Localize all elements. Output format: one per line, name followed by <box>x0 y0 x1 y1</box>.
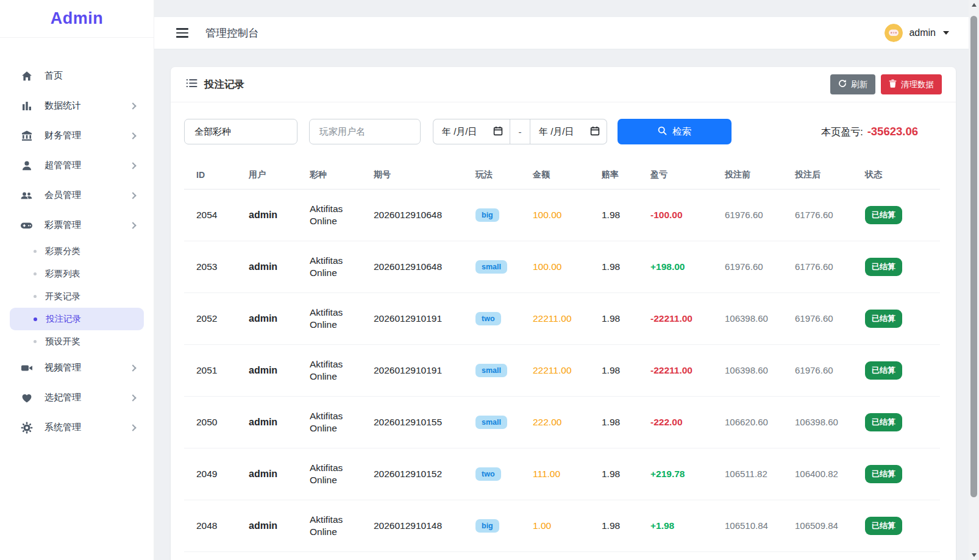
sidebar-item-lottery[interactable]: 彩票管理 <box>0 210 154 240</box>
cell-user: admin <box>237 189 297 241</box>
lottery-type-select[interactable]: 全部彩种 <box>184 119 297 144</box>
clear-data-button-label: 清理数据 <box>901 79 934 90</box>
cell-balance-before: 106510.84 <box>713 500 783 551</box>
sidebar-subitem-label: 彩票分类 <box>45 246 80 257</box>
username-placeholder: 玩家用户名 <box>319 126 365 138</box>
page-title: 管理控制台 <box>205 26 259 40</box>
sidebar-item-statistics[interactable]: 数据统计 <box>0 91 154 121</box>
cell-status: 已结算 <box>853 292 940 344</box>
chevron-right-icon <box>129 132 136 139</box>
sidebar-item-label: 会员管理 <box>44 190 130 201</box>
lottery-type-value: 全部彩种 <box>194 126 231 138</box>
scrollbar-thumb[interactable] <box>970 16 977 497</box>
video-camera-icon <box>20 361 33 374</box>
date-start-input[interactable]: 年 /月/日 <box>433 119 510 144</box>
cell-balance-after: 61776.60 <box>783 241 853 292</box>
sidebar-subitem-preset-draw[interactable]: 预设开奖 <box>0 330 154 353</box>
calendar-icon[interactable] <box>590 126 600 138</box>
search-button[interactable]: 检索 <box>618 119 732 144</box>
sidebar-item-members[interactable]: 会员管理 <box>0 180 154 210</box>
cell-profit: -22211.00 <box>638 344 713 396</box>
sidebar-subitem-lottery-list[interactable]: 彩票列表 <box>0 263 154 285</box>
column-header-user: 用户 <box>237 161 297 189</box>
chevron-right-icon <box>129 222 136 229</box>
play-type-badge: small <box>475 364 507 377</box>
column-header-play: 玩法 <box>463 161 521 189</box>
cell-status: 已结算 <box>853 500 940 551</box>
cell-odds: 1.98 <box>589 189 638 241</box>
search-icon <box>658 126 667 138</box>
sidebar-subitem-label: 开奖记录 <box>45 291 80 302</box>
cell-status: 已结算 <box>853 396 940 448</box>
hamburger-menu-icon[interactable] <box>176 28 188 38</box>
username-input[interactable]: 玩家用户名 <box>309 119 421 144</box>
cell-period: 2026012910148 <box>361 500 463 551</box>
status-badge: 已结算 <box>865 465 902 483</box>
cell-play: small <box>463 241 521 292</box>
refresh-button[interactable]: 刷新 <box>830 74 875 94</box>
cell-amount: 100.00 <box>521 189 589 241</box>
date-range-separator: - <box>510 119 530 144</box>
bullet-dot-icon <box>34 250 37 253</box>
scrollbar-up-arrow-icon[interactable] <box>969 0 979 10</box>
sidebar-subitem-lottery-category[interactable]: 彩票分类 <box>0 240 154 263</box>
heart-icon <box>20 391 33 404</box>
cell-user: admin <box>237 396 297 448</box>
sidebar-nav: 首页 数据统计 财务管理 超管管理 <box>0 38 154 442</box>
card-header: 投注记录 刷新 清理数据 <box>171 67 956 102</box>
table-row: 2052 admin Aktifitas Online 202601291019… <box>184 292 940 344</box>
cell-lottery: Aktifitas Online <box>297 396 361 448</box>
date-end-input[interactable]: 年 /月/日 <box>530 119 607 144</box>
clear-data-button[interactable]: 清理数据 <box>881 74 942 94</box>
top-strip <box>154 0 969 17</box>
cell-play: two <box>463 448 521 500</box>
gamepad-icon <box>20 219 33 232</box>
trash-icon <box>889 79 897 90</box>
sidebar-item-system[interactable]: 系统管理 <box>0 413 154 442</box>
cell-status: 已结算 <box>853 241 940 292</box>
sidebar-item-label: 超管管理 <box>44 160 130 171</box>
cell-user: admin <box>237 344 297 396</box>
column-header-odds: 赔率 <box>589 161 638 189</box>
page-profit-label: 本页盈亏: <box>821 126 863 139</box>
sidebar-item-finance[interactable]: 财务管理 <box>0 121 154 151</box>
user-avatar <box>885 24 903 42</box>
cell-amount: 22211.00 <box>521 292 589 344</box>
refresh-button-label: 刷新 <box>851 79 867 90</box>
cell-amount: 222.00 <box>521 396 589 448</box>
sidebar-subitem-bet-records[interactable]: 投注记录 <box>10 308 144 330</box>
sidebar-item-superadmin[interactable]: 超管管理 <box>0 151 154 180</box>
page-profit-value: -35623.06 <box>867 125 918 138</box>
cell-odds: 1.98 <box>589 448 638 500</box>
cell-odds: 1.98 <box>589 292 638 344</box>
cell-lottery: Aktifitas Online <box>297 292 361 344</box>
sidebar-item-label: 视频管理 <box>44 362 130 374</box>
scrollbar-down-arrow-icon[interactable] <box>969 550 979 560</box>
calendar-icon[interactable] <box>493 126 503 138</box>
cell-balance-after: 106400.82 <box>783 448 853 500</box>
cell-amount: 111.00 <box>521 448 589 500</box>
chevron-right-icon <box>129 424 136 431</box>
sidebar-item-label: 财务管理 <box>44 130 130 141</box>
cell-id: 2052 <box>184 292 237 344</box>
vertical-scrollbar[interactable] <box>969 0 979 560</box>
cell-profit: -222.00 <box>638 396 713 448</box>
cell-odds: 1.98 <box>589 344 638 396</box>
cell-period: 2026012910152 <box>361 448 463 500</box>
cell-lottery: Aktifitas Online <box>297 189 361 241</box>
main-area: 管理控制台 admin 投注记录 <box>154 0 969 560</box>
bullet-dot-icon <box>34 317 37 321</box>
status-badge: 已结算 <box>865 310 902 328</box>
sidebar-item-home[interactable]: 首页 <box>0 61 154 91</box>
cell-lottery: Aktifitas Online <box>297 500 361 551</box>
sidebar-item-video[interactable]: 视频管理 <box>0 353 154 383</box>
filter-bar: 全部彩种 玩家用户名 年 /月/日 - <box>171 102 956 144</box>
card-header-actions: 刷新 清理数据 <box>830 74 942 94</box>
sidebar-item-concubine[interactable]: 选妃管理 <box>0 383 154 413</box>
cell-lottery: Aktifitas Online <box>297 448 361 500</box>
table-row: 2050 admin Aktifitas Online 202601291015… <box>184 396 940 448</box>
date-end-placeholder: 年 /月/日 <box>539 126 574 138</box>
sidebar-subitem-draw-records[interactable]: 开奖记录 <box>0 285 154 308</box>
user-menu[interactable]: admin <box>885 24 949 42</box>
bullet-dot-icon <box>34 340 37 343</box>
